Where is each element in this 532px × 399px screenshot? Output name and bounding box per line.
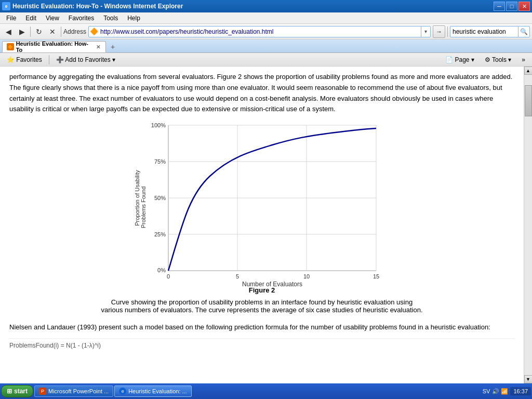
tab-favicon: 🔶 xyxy=(7,43,14,50)
taskbar-right: SV 🔊 📶 16:37 xyxy=(483,387,531,395)
toolbar2-right: 📄 Page ▾ ⚙ Tools ▾ » xyxy=(441,54,530,65)
lang-indicator: SV xyxy=(483,388,490,394)
tools-button[interactable]: ⚙ Tools ▾ xyxy=(480,54,516,65)
refresh-button[interactable]: ↻ xyxy=(33,25,45,38)
back-button[interactable]: ◀ xyxy=(2,25,15,38)
taskbar: ⊞ start P Microsoft PowerPoint ... e Heu… xyxy=(0,383,532,399)
svg-text:100%: 100% xyxy=(151,122,166,128)
svg-text:5: 5 xyxy=(236,273,239,280)
scrollbar[interactable]: ▲ ▼ xyxy=(524,66,532,383)
toolbar-separator-3 xyxy=(447,26,448,37)
system-icons: 🔊 📶 xyxy=(492,388,508,395)
browser-content-area: performance by aggregating the evaluatio… xyxy=(0,66,532,383)
search-input-wrap: 🔍 xyxy=(450,26,530,37)
chart-svg: 0% 25% 50% 75% 100% 0 5 10 15 Proportion… xyxy=(132,120,392,281)
search-button[interactable]: 🔍 xyxy=(518,26,529,37)
svg-text:Problems Found: Problems Found xyxy=(140,187,147,229)
scrollbar-thumb[interactable] xyxy=(525,85,532,116)
favorites-button[interactable]: ⭐ Favorites xyxy=(2,54,47,65)
content-scroll: performance by aggregating the evaluatio… xyxy=(0,66,524,383)
svg-text:10: 10 xyxy=(303,273,310,280)
paragraph-1: performance by aggregating the evaluatio… xyxy=(9,72,514,115)
forward-button[interactable]: ▶ xyxy=(16,25,28,38)
search-bar: 🔍 xyxy=(450,26,530,37)
menu-help[interactable]: Help xyxy=(123,14,144,23)
tab-label: Heuristic Evaluation: How-To xyxy=(16,41,93,53)
tab-heuristic[interactable]: 🔶 Heuristic Evaluation: How-To ✕ xyxy=(2,41,106,52)
new-tab-button[interactable]: + xyxy=(107,41,118,52)
ie-taskbar-icon: e xyxy=(119,388,126,395)
formula-hint: ProblemsFound(i) = N(1 - (1-λ)^i) xyxy=(9,338,514,351)
search-input[interactable] xyxy=(450,28,518,35)
menu-edit[interactable]: Edit xyxy=(21,14,41,23)
address-favicon: 🔶 xyxy=(90,28,98,36)
start-button[interactable]: ⊞ start xyxy=(1,385,33,397)
menu-tools[interactable]: Tools xyxy=(99,14,122,23)
app-icon: e xyxy=(2,2,10,10)
scrollbar-track[interactable] xyxy=(524,75,532,375)
toolbar-separator-2 xyxy=(61,26,61,37)
taskbar-item-ie-label: Heuristic Evaluation: ... xyxy=(128,388,187,394)
scroll-down-button[interactable]: ▼ xyxy=(524,375,533,383)
address-bar-wrap: 🔶 ▾ xyxy=(88,26,431,37)
svg-text:50%: 50% xyxy=(154,195,166,201)
powerpoint-icon: P xyxy=(39,388,46,395)
taskbar-item-ie[interactable]: e Heuristic Evaluation: ... xyxy=(114,385,192,397)
menu-favorites[interactable]: Favorites xyxy=(64,14,98,23)
taskbar-item-powerpoint[interactable]: P Microsoft PowerPoint ... xyxy=(34,385,113,397)
svg-text:75%: 75% xyxy=(154,158,166,165)
page-button[interactable]: 📄 Page ▾ xyxy=(441,54,479,65)
go-button[interactable]: → xyxy=(433,25,445,38)
figure-caption-container: Figure 2 Curve showing the proportion of… xyxy=(9,286,514,314)
address-label: Address xyxy=(63,28,86,35)
figure-caption: Curve showing the proportion of usabilit… xyxy=(101,298,423,314)
address-bar-container: Address 🔶 ▾ → xyxy=(63,25,445,38)
maximize-button[interactable]: □ xyxy=(506,2,517,11)
svg-text:0%: 0% xyxy=(157,267,166,273)
svg-text:0: 0 xyxy=(167,273,170,280)
start-label: start xyxy=(14,388,28,395)
title-bar: e Heuristic Evaluation: How-To - Windows… xyxy=(0,0,532,12)
toolbar-chevron[interactable]: » xyxy=(517,54,530,65)
address-input[interactable] xyxy=(99,28,421,35)
menu-view[interactable]: View xyxy=(42,14,63,23)
figure-title: Figure 2 xyxy=(249,286,275,294)
tabs-bar: 🔶 Heuristic Evaluation: How-To ✕ + xyxy=(0,39,532,53)
toolbar2-sep xyxy=(49,55,49,64)
start-icon: ⊞ xyxy=(7,388,12,395)
menu-bar: File Edit View Favorites Tools Help xyxy=(0,12,532,24)
paragraph-2: Nielsen and Landauer (1993) present such… xyxy=(9,322,514,333)
svg-text:Proportion of Usability: Proportion of Usability xyxy=(134,170,140,226)
main-toolbar: ◀ ▶ ↻ ✕ Address 🔶 ▾ → 🔍 xyxy=(0,24,532,39)
clock: 16:37 xyxy=(510,387,531,395)
svg-text:25%: 25% xyxy=(154,231,166,237)
add-favorites-button[interactable]: ➕ Add to Favorites ▾ xyxy=(51,54,120,65)
taskbar-item-label: Microsoft PowerPoint ... xyxy=(48,388,109,394)
menu-file[interactable]: File xyxy=(2,14,20,23)
toolbar2-left: ⭐ Favorites ➕ Add to Favorites ▾ xyxy=(2,54,120,65)
close-button[interactable]: ✕ xyxy=(518,2,530,11)
window-title: Heuristic Evaluation: How-To - Windows I… xyxy=(12,3,183,10)
secondary-toolbar: ⭐ Favorites ➕ Add to Favorites ▾ 📄 Page … xyxy=(0,53,532,66)
window-controls: ─ □ ✕ xyxy=(494,2,530,11)
minimize-button[interactable]: ─ xyxy=(494,2,505,11)
chart-container: 0% 25% 50% 75% 100% 0 5 10 15 Proportion… xyxy=(9,120,514,281)
toolbar-separator-1 xyxy=(30,26,31,37)
tab-close-button[interactable]: ✕ xyxy=(95,44,101,50)
svg-text:15: 15 xyxy=(373,273,379,280)
stop-button[interactable]: ✕ xyxy=(46,25,59,38)
address-dropdown-button[interactable]: ▾ xyxy=(421,26,430,37)
scroll-up-button[interactable]: ▲ xyxy=(524,66,533,75)
